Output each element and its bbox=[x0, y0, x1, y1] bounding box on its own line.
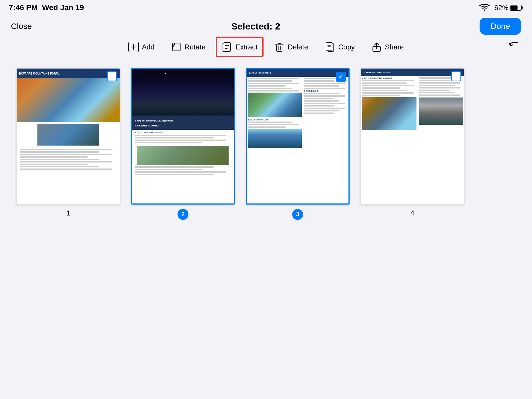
page-item-2[interactable]: ✓ TYPE OF MOUNTAINS AND HOWARE THEY FORM… bbox=[131, 68, 235, 220]
page-number-4: 4 bbox=[410, 209, 414, 217]
page-item-3[interactable]: ✓ 2. FOLD MOUNTAINS 5 bbox=[246, 68, 350, 220]
wifi-icon bbox=[479, 4, 490, 11]
close-button[interactable]: Close bbox=[11, 22, 32, 31]
rotate-button[interactable]: Rotate bbox=[171, 42, 206, 52]
copy-button[interactable]: Copy bbox=[324, 42, 355, 52]
rotate-label: Rotate bbox=[185, 43, 206, 51]
rotate-icon bbox=[171, 42, 182, 52]
status-time: 7:46 PM bbox=[9, 3, 38, 12]
page-thumb-1[interactable]: HOW ARE MOUNTAINS FORM... bbox=[16, 68, 120, 205]
svg-rect-2 bbox=[510, 5, 518, 10]
battery-icon bbox=[510, 4, 523, 11]
delete-button[interactable]: Delete bbox=[274, 42, 308, 52]
add-icon bbox=[128, 42, 139, 52]
done-button[interactable]: Done bbox=[480, 18, 521, 35]
page-thumb-2[interactable]: ✓ TYPE OF MOUNTAINS AND HOWARE THEY FORM… bbox=[131, 68, 235, 205]
nav-bar: Close Selected: 2 Done bbox=[0, 15, 532, 37]
add-label: Add bbox=[142, 43, 154, 51]
toolbar: Add Rotate Extract bbox=[0, 37, 532, 57]
page-number-2: 2 bbox=[178, 209, 188, 220]
pages-grid: HOW ARE MOUNTAINS FORM... 1 bbox=[0, 57, 532, 231]
copy-label: Copy bbox=[338, 43, 355, 51]
svg-rect-1 bbox=[521, 7, 523, 9]
status-bar: 7:46 PM Wed Jan 19 62% bbox=[0, 0, 532, 15]
share-icon bbox=[371, 42, 382, 52]
status-date: Wed Jan 19 bbox=[42, 3, 84, 12]
delete-label: Delete bbox=[288, 43, 308, 51]
extract-label: Extract bbox=[235, 43, 258, 51]
undo-button[interactable] bbox=[507, 40, 521, 54]
svg-rect-11 bbox=[277, 45, 282, 51]
add-button[interactable]: Add bbox=[128, 42, 154, 52]
page-item-4[interactable]: 5. RESIDUAL MOUNTAINS 4. UPLIFTED PASSIV… bbox=[360, 68, 464, 217]
page-checkbox-1[interactable] bbox=[107, 71, 117, 81]
page-title: Selected: 2 bbox=[231, 21, 280, 32]
undo-icon bbox=[507, 40, 521, 54]
page-thumb-3[interactable]: ✓ 2. FOLD MOUNTAINS 5 bbox=[246, 68, 350, 205]
page-item-1[interactable]: HOW ARE MOUNTAINS FORM... 1 bbox=[16, 68, 120, 217]
extract-icon bbox=[222, 42, 233, 52]
extract-button[interactable]: Extract bbox=[222, 42, 258, 52]
page-number-3: 3 bbox=[292, 209, 303, 220]
share-button[interactable]: Share bbox=[371, 42, 404, 52]
battery-percentage: 62% bbox=[494, 4, 509, 12]
svg-rect-6 bbox=[173, 43, 180, 51]
extract-button-wrapper: Extract bbox=[222, 42, 258, 52]
page-thumb-4[interactable]: 5. RESIDUAL MOUNTAINS 4. UPLIFTED PASSIV… bbox=[360, 68, 464, 205]
status-icons: 62% bbox=[479, 4, 523, 12]
check-icon: ✓ bbox=[338, 73, 343, 80]
page-checkbox-3[interactable]: ✓ bbox=[336, 72, 346, 82]
copy-icon bbox=[324, 42, 335, 52]
battery-indicator: 62% bbox=[494, 4, 523, 12]
page-checkbox-4[interactable] bbox=[451, 71, 461, 81]
svg-rect-17 bbox=[326, 43, 332, 50]
page-number-1: 1 bbox=[66, 209, 70, 217]
delete-icon bbox=[274, 42, 285, 52]
share-label: Share bbox=[385, 43, 404, 51]
